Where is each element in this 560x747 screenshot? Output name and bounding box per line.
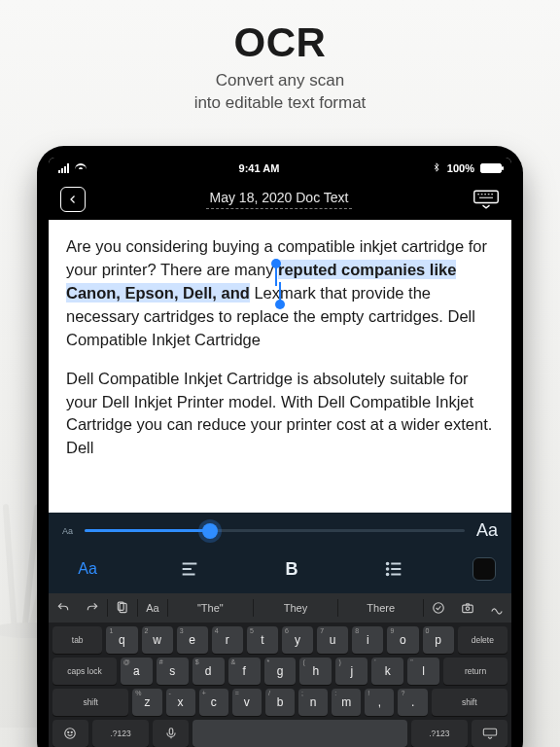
text-style-button[interactable]: Aa — [64, 554, 111, 584]
svg-rect-13 — [483, 729, 496, 735]
dismiss-keyboard-button[interactable] — [472, 189, 500, 210]
align-button[interactable] — [166, 554, 213, 584]
key-b[interactable]: /b — [265, 689, 295, 716]
key-numeric-right[interactable]: .?123 — [411, 720, 469, 747]
svg-point-8 — [466, 607, 470, 611]
svg-point-1 — [387, 563, 389, 565]
svg-point-9 — [65, 729, 76, 739]
wifi-icon — [75, 163, 87, 173]
back-button[interactable] — [60, 187, 86, 212]
svg-point-3 — [387, 574, 389, 576]
font-size-slider[interactable] — [85, 529, 465, 532]
signal-icon — [58, 163, 69, 173]
key-d[interactable]: $d — [192, 658, 225, 685]
document-header: May 18, 2020 Doc Text — [49, 179, 511, 220]
selection-handle-start[interactable] — [271, 259, 281, 268]
key-.[interactable]: ?. — [398, 689, 427, 716]
slider-thumb[interactable] — [202, 523, 218, 539]
key-i[interactable]: 8i — [352, 626, 383, 654]
selection-handle-end[interactable] — [275, 300, 285, 309]
key-c[interactable]: +c — [199, 689, 228, 716]
key-f[interactable]: &f — [228, 658, 261, 685]
key-x[interactable]: -x — [166, 689, 195, 716]
key-dictation[interactable] — [153, 720, 189, 747]
key-u[interactable]: 7u — [317, 626, 348, 654]
svg-rect-4 — [120, 603, 126, 612]
key-h[interactable]: (h — [299, 658, 332, 685]
key-shift-right[interactable]: shift — [432, 689, 508, 716]
suggestion-3[interactable]: There — [338, 602, 423, 614]
svg-rect-7 — [463, 605, 473, 613]
key-k[interactable]: 'k — [371, 658, 403, 685]
camera-button[interactable] — [453, 601, 482, 615]
key-o[interactable]: 9o — [387, 626, 418, 654]
key-q[interactable]: 1q — [106, 626, 137, 654]
key-emoji[interactable] — [52, 720, 88, 747]
format-toolbar: Aa Aa Aa B — [49, 513, 511, 593]
bluetooth-icon — [432, 162, 441, 174]
text-style-accessory-button[interactable]: Aa — [138, 602, 167, 614]
key-l[interactable]: "l — [407, 658, 439, 685]
redo-button[interactable] — [78, 601, 107, 615]
battery-pct: 100% — [447, 162, 474, 174]
svg-point-2 — [387, 568, 389, 570]
paragraph[interactable]: Are you considering buying a compatible … — [66, 235, 494, 352]
clipboard-button[interactable] — [108, 601, 137, 615]
status-bar: 9:41 AM 100% — [49, 158, 511, 179]
key-e[interactable]: 3e — [177, 626, 208, 654]
key-m[interactable]: :m — [332, 689, 361, 716]
promo-subtitle: Convert any scaninto editable text forma… — [0, 70, 560, 115]
svg-rect-0 — [474, 191, 499, 202]
key-numeric[interactable]: .?123 — [92, 720, 150, 747]
handwriting-button[interactable] — [482, 601, 511, 615]
key-j[interactable]: )j — [335, 658, 368, 685]
paragraph[interactable]: Dell Compatible Inkjet Cartridge is abso… — [66, 368, 494, 461]
key-a[interactable]: @a — [121, 658, 153, 685]
tablet-screen: 9:41 AM 100% May 18, 2020 Doc Text — [49, 158, 511, 747]
status-time: 9:41 AM — [239, 162, 280, 174]
key-n[interactable]: ;n — [298, 689, 328, 716]
promo-title: OCR — [0, 19, 560, 66]
document-body[interactable]: Are you considering buying a compatible … — [49, 220, 511, 513]
svg-rect-12 — [169, 729, 173, 734]
svg-point-11 — [72, 731, 73, 732]
key-p[interactable]: 0p — [423, 626, 454, 654]
key-return[interactable]: return — [443, 658, 508, 685]
key-capslock[interactable]: caps lock — [52, 658, 117, 685]
key-w[interactable]: 2w — [142, 626, 173, 654]
key-tab[interactable]: tab — [52, 626, 102, 654]
list-button[interactable] — [370, 554, 417, 584]
onscreen-keyboard: tab1q2w3e4r5t6y7u8i9o0pdelete caps lock@… — [49, 622, 511, 747]
promo-banner: OCR Convert any scaninto editable text f… — [0, 0, 560, 126]
svg-point-6 — [434, 603, 444, 614]
check-button[interactable] — [424, 601, 453, 615]
suggestion-1[interactable]: "The" — [168, 602, 253, 614]
key-s[interactable]: #s — [157, 658, 189, 685]
keyboard-accessory-bar: Aa "The" They There — [49, 593, 511, 622]
key-z[interactable]: %z — [132, 689, 161, 716]
suggestion-2[interactable]: They — [254, 602, 338, 614]
bold-button[interactable]: B — [268, 554, 315, 584]
key-delete[interactable]: delete — [458, 626, 508, 654]
key-space[interactable] — [192, 720, 406, 747]
key-,[interactable]: !, — [365, 689, 394, 716]
font-size-small-label: Aa — [62, 526, 73, 536]
svg-point-10 — [68, 731, 69, 732]
font-size-large-label: Aa — [476, 520, 498, 541]
key-t[interactable]: 5t — [247, 626, 278, 654]
text-color-button[interactable] — [472, 557, 496, 581]
battery-icon — [480, 163, 502, 173]
key-y[interactable]: 6y — [282, 626, 313, 654]
key-shift-left[interactable]: shift — [52, 689, 128, 716]
key-v[interactable]: =v — [232, 689, 262, 716]
key-hide-keyboard[interactable] — [472, 720, 508, 747]
undo-button[interactable] — [49, 601, 78, 615]
tablet-frame: 9:41 AM 100% May 18, 2020 Doc Text — [37, 146, 523, 747]
key-r[interactable]: 4r — [212, 626, 243, 654]
document-title[interactable]: May 18, 2020 Doc Text — [206, 190, 353, 209]
key-g[interactable]: *g — [264, 658, 297, 685]
